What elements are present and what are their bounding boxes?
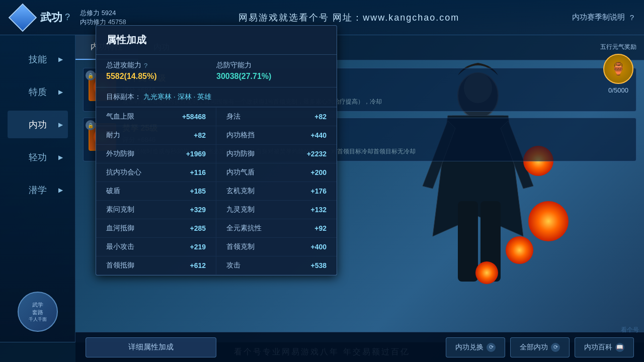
popup-row-5: 内功防御+2232 (216, 145, 337, 163)
popup-row-value-17: +538 (310, 261, 327, 269)
exchange-icon: ⟳ (487, 343, 496, 352)
diamond-icon (9, 3, 37, 32)
popup-row-6: 抗内功会心+116 (96, 163, 216, 182)
right-panel: 五行元气奖励 🏺 0/5000 (543, 35, 644, 312)
sidebar: 技能 ▶ 特质 ▶ 内功 ▶ 轻功 ▶ 潜学 ▶ 武学 套路 千人千面 (0, 35, 75, 342)
sidebar-label-skills: 技能 (29, 53, 47, 65)
encyclopedia-icon: 📖 (615, 343, 624, 352)
popup-row-value-13: +92 (314, 224, 327, 232)
exchange-button[interactable]: 内功兑换 ⟳ (446, 337, 505, 357)
popup-row-8: 破盾+185 (96, 182, 216, 201)
attack-stat-group: 总进攻能力 ? 5582(14.85%) (106, 61, 216, 81)
sidebar-item-traits[interactable]: 特质 ▶ (8, 78, 68, 106)
popup-row-label-14: 最小攻击 (106, 242, 134, 251)
detail-attr-button[interactable]: 详细属性加成 (86, 337, 216, 357)
encyclopedia-label: 内功百科 (584, 343, 612, 352)
popup-row-value-15: +400 (310, 243, 327, 251)
attr-popup: 属性加成 总进攻能力 ? 5582(14.85%) 总防守能力 30038(27… (96, 25, 337, 276)
popup-row-value-1: +82 (314, 113, 327, 121)
right-buttons: 内功兑换 ⟳ 全部内功 ⟳ 内功百科 📖 (446, 337, 634, 357)
chevron-right-icon: ▶ (58, 56, 63, 63)
popup-row-value-16: +612 (190, 261, 206, 269)
popup-row-15: 首领克制+400 (216, 238, 337, 256)
title-question-icon[interactable]: ? (65, 12, 70, 23)
sidebar-label-light: 轻功 (29, 151, 47, 163)
sidebar-item-inner[interactable]: 内功 ▶ (8, 111, 68, 138)
popup-row-value-8: +185 (190, 187, 206, 195)
popup-row-value-5: +2232 (307, 150, 327, 158)
sidebar-item-light[interactable]: 轻功 ▶ (8, 143, 68, 171)
top-stats: 总修力 5924 内功修力 45758 (80, 9, 126, 27)
reward-count: 0/5000 (608, 86, 628, 94)
sidebar-item-latent[interactable]: 潜学 ▶ (8, 176, 68, 204)
all-inner-label: 全部内功 (520, 343, 548, 352)
ad-banner: 网易游戏就选看个号 网址：www.kangchao.com (126, 12, 572, 24)
popup-row-10: 素问克制+329 (96, 201, 216, 219)
popup-title: 属性加成 (96, 26, 337, 55)
popup-row-label-10: 素问克制 (106, 205, 134, 214)
popup-row-label-6: 抗内功会心 (106, 168, 141, 177)
popup-stats-header: 总进攻能力 ? 5582(14.85%) 总防守能力 30038(27.71%) (96, 55, 337, 87)
attack-question-icon[interactable]: ? (144, 62, 147, 69)
popup-row-value-4: +1969 (186, 150, 206, 158)
popup-row-value-10: +329 (190, 206, 206, 214)
popup-row-0: 气血上限+58468 (96, 108, 216, 126)
season-question-icon[interactable]: ? (630, 13, 634, 22)
attack-value: 5582(14.85%) (106, 72, 216, 81)
defense-value: 30038(27.71%) (216, 72, 327, 81)
sidebar-label-latent: 潜学 (29, 184, 47, 196)
chevron-right-icon-5: ▶ (58, 187, 63, 194)
popup-row-label-12: 血河抵御 (106, 224, 134, 233)
popup-row-label-0: 气血上限 (106, 112, 134, 121)
popup-row-label-8: 破盾 (106, 187, 120, 196)
lock-icon-2: 🔒 (86, 120, 96, 130)
popup-row-13: 全元素抗性+92 (216, 219, 337, 238)
watermark: 看个号 (621, 326, 639, 334)
popup-row-value-11: +132 (310, 206, 327, 214)
avatar-label3: 千人千面 (29, 316, 47, 323)
sidebar-item-skills[interactable]: 技能 ▶ (8, 45, 68, 73)
exchange-label: 内功兑换 (455, 343, 484, 352)
popup-row-value-14: +219 (190, 243, 206, 251)
defense-stat-group: 总防守能力 30038(27.71%) (216, 61, 327, 81)
reward-icon[interactable]: 🏺 (603, 54, 633, 84)
popup-row-12: 血河抵御+285 (96, 219, 216, 238)
popup-row-14: 最小攻击+219 (96, 238, 216, 256)
popup-row-label-3: 内功格挡 (226, 131, 255, 140)
all-inner-button[interactable]: 全部内功 ⟳ (510, 337, 570, 357)
attack-label: 总进攻能力 ? (106, 61, 216, 70)
all-inner-icon: ⟳ (551, 343, 560, 352)
avatar-label2: 套路 (29, 309, 47, 316)
popup-row-3: 内功格挡+440 (216, 126, 337, 145)
popup-row-value-7: +200 (310, 168, 327, 176)
lock-icon-1: 🔒 (86, 70, 96, 80)
popup-row-label-11: 九灵克制 (226, 205, 255, 214)
logo (10, 5, 35, 30)
popup-row-value-3: +440 (310, 131, 327, 139)
popup-row-7: 内功气盾+200 (216, 163, 337, 182)
target-prefix: 目标副本： (106, 93, 141, 101)
season-label[interactable]: 内功赛季制说明 (572, 13, 625, 22)
popup-row-label-7: 内功气盾 (226, 168, 255, 177)
popup-row-11: 九灵克制+132 (216, 201, 337, 219)
popup-row-17: 攻击+538 (216, 256, 337, 275)
popup-row-16: 首领抵御+612 (96, 256, 216, 275)
popup-row-4: 外功防御+1969 (96, 145, 216, 163)
popup-row-1: 身法+82 (216, 108, 337, 126)
encyclopedia-button[interactable]: 内功百科 📖 (575, 337, 634, 357)
chevron-right-icon-4: ▶ (58, 154, 63, 161)
avatar[interactable]: 武学 套路 千人千面 (18, 292, 58, 332)
popup-row-label-4: 外功防御 (106, 149, 134, 158)
popup-row-value-6: +116 (190, 168, 206, 176)
total-power: 总修力 5924 (80, 9, 126, 18)
popup-row-2: 耐力+82 (96, 126, 216, 145)
reward-box: 五行元气奖励 🏺 0/5000 (600, 43, 636, 94)
avatar-label1: 武学 (29, 301, 47, 309)
popup-target: 目标副本： 九光寒林 · 深林 · 英雄 (96, 87, 337, 107)
sidebar-label-inner: 内功 (29, 119, 47, 131)
popup-row-value-9: +176 (310, 187, 327, 195)
popup-row-label-17: 攻击 (226, 261, 240, 270)
popup-row-label-15: 首领克制 (226, 242, 255, 251)
popup-grid: 气血上限+58468身法+82耐力+82内功格挡+440外功防御+1969内功防… (96, 107, 337, 275)
reward-label: 五行元气奖励 (600, 43, 636, 51)
